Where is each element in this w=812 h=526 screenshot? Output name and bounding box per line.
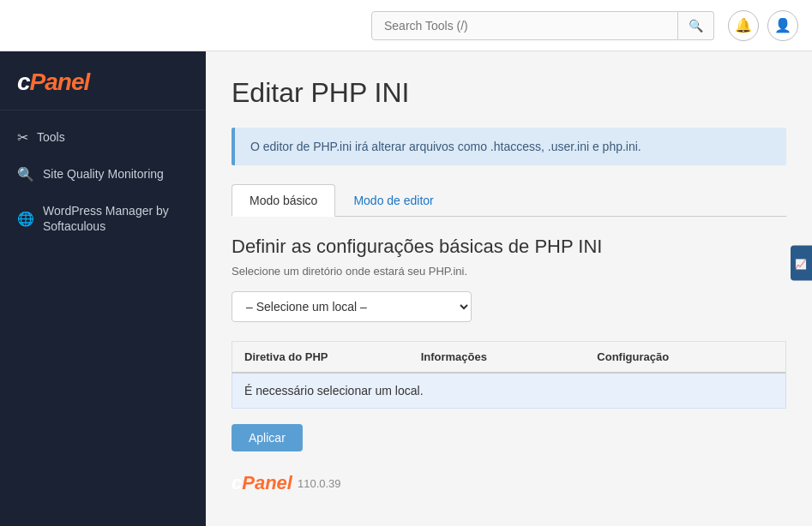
tab-modo-editor[interactable]: Modo de editor [335,184,451,217]
topbar: 🔍 🔔 👤 [0,0,812,51]
sidebar-nav: ✂ Tools 🔍 Site Quality Monitoring 🌐 Word… [0,111,206,253]
wordpress-icon: 🌐 [17,211,34,227]
tabs: Modo básico Modo de editor [232,184,786,217]
sidebar-item-wordpress[interactable]: 🌐 WordPress Manager by Softaculous [0,193,206,244]
sidebar-item-tools[interactable]: ✂ Tools [0,119,206,156]
apply-button[interactable]: Aplicar [232,424,303,451]
magnifier-icon: 🔍 [17,166,34,182]
bell-icon: 🔔 [735,17,752,33]
footer-version: 110.0.39 [298,477,341,490]
info-message: O editor de PHP.ini irá alterar arquivos… [250,140,641,153]
section-subtitle: Selecione um diretório onde estará seu P… [232,265,786,278]
search-container: 🔍 [371,11,714,40]
layout: cPanel ✂ Tools 🔍 Site Quality Monitoring… [0,51,812,526]
cpanel-logo: cPanel [17,69,189,96]
side-tab-icon: 📈 [796,258,806,269]
table-row: É necessário selecionar um local. [232,374,786,409]
notifications-button[interactable]: 🔔 [728,10,759,41]
section-title: Definir as configurações básicas de PHP … [232,236,786,258]
info-box: O editor de PHP.ini irá alterar arquivos… [232,128,786,165]
sidebar-item-wordpress-label: WordPress Manager by Softaculous [43,203,189,234]
column-info: Informações [421,350,598,363]
search-input[interactable] [371,11,678,40]
sidebar: cPanel ✂ Tools 🔍 Site Quality Monitoring… [0,51,206,526]
sidebar-logo: cPanel [0,51,206,111]
main-content: Editar PHP INI O editor de PHP.ini irá a… [206,51,812,526]
topbar-icons: 🔔 👤 [728,10,798,41]
user-button[interactable]: 👤 [767,10,798,41]
sidebar-item-site-quality[interactable]: 🔍 Site Quality Monitoring [0,156,206,193]
table-header: Diretiva do PHP Informações Configuração [232,341,786,374]
search-icon: 🔍 [689,19,703,33]
location-dropdown[interactable]: – Selecione um local – [232,291,472,322]
footer-logo: cPanel 110.0.39 [232,472,786,494]
footer-cpanel-logo-text: cPanel [232,472,292,494]
user-icon: 👤 [774,17,791,33]
tab-modo-basico[interactable]: Modo básico [232,184,335,217]
column-config: Configuração [597,350,773,363]
search-button[interactable]: 🔍 [678,11,714,40]
column-php-directive: Diretiva do PHP [244,350,421,363]
scissors-icon: ✂ [17,129,28,146]
side-tab[interactable]: 📈 [791,246,812,281]
table-message: É necessário selecionar um local. [244,384,424,397]
page-title: Editar PHP INI [232,77,786,109]
sidebar-item-site-quality-label: Site Quality Monitoring [43,166,164,182]
sidebar-item-tools-label: Tools [37,129,65,145]
